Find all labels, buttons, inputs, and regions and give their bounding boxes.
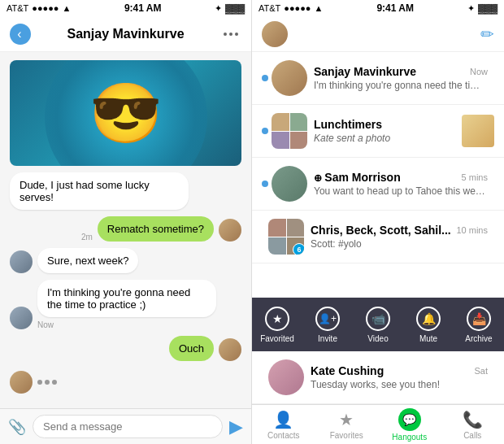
conversation-kate[interactable]: Kate Cushing Sat Tuesday works, see you …: [252, 351, 504, 404]
message-2-time: 2m: [81, 233, 93, 242]
message-4-time: Now: [37, 320, 216, 329]
chat-title: Sanjay Mavinkurve: [67, 27, 184, 41]
hero-image: 😎: [10, 60, 241, 166]
right-signal: ●●●●●: [284, 3, 311, 13]
gv3: [268, 237, 286, 255]
action-mute[interactable]: 🔔 Mute: [408, 307, 449, 343]
left-signal: ●●●●●: [32, 3, 59, 13]
favorited-label: Favorited: [260, 334, 294, 343]
calls-icon: 📞: [463, 410, 483, 429]
message-3: Sure, next week?: [10, 248, 241, 273]
conv-header-sam: ⊕ Sam Morrison 5 mins: [314, 171, 488, 184]
message-5-bubble: Ouch: [169, 336, 214, 361]
more-button[interactable]: [220, 29, 241, 39]
conv-avatar-lunchtimers: [272, 113, 307, 149]
invite-label: Invite: [318, 334, 337, 343]
typing-dot-3: [52, 380, 57, 385]
tab-hangouts[interactable]: 💬 Hangouts: [378, 405, 441, 444]
typing-indicator: [10, 371, 241, 394]
tab-calls[interactable]: 📞 Calls: [441, 405, 505, 444]
left-battery-icon: ▓▓▓: [225, 3, 245, 13]
tab-bar: 👤 Contacts ★ Favorites 💬 Hangouts 📞 Call…: [252, 404, 504, 444]
action-favorited[interactable]: ★ Favorited: [257, 307, 298, 343]
av2: [290, 113, 308, 131]
right-header-avatar: [262, 21, 288, 47]
conv-name-sam: ⊕ Sam Morrison: [314, 171, 401, 184]
message-input[interactable]: [33, 415, 223, 438]
back-button[interactable]: ‹: [10, 24, 31, 45]
right-time: 9:41 AM: [376, 2, 414, 14]
message-2-avatar: [219, 219, 241, 242]
message-4: I'm thinking you're gonna need the time …: [10, 280, 241, 329]
message-5-text: Ouch: [179, 342, 204, 355]
unread-dot-sam: [262, 181, 268, 187]
av4: [290, 132, 308, 150]
right-panel: AT&T ●●●●● ▲ 9:41 AM ✦ ▓▓▓ ✏ Sa: [252, 0, 504, 444]
compose-button[interactable]: ✏: [480, 24, 494, 44]
message-4-bubble: I'm thinking you're gonna need the time …: [37, 280, 216, 317]
message-1: Dude, I just had some lucky serves!: [10, 172, 189, 210]
app-container: AT&T ●●●●● ▲ 9:41 AM ✦ ▓▓▓ ‹ Sanjay Mavi…: [0, 0, 504, 444]
left-time: 9:41 AM: [124, 2, 162, 14]
conv-header-group: Chris, Beck, Scott, Sahil... 10 mins: [311, 224, 488, 237]
right-battery-info: ✦ ▓▓▓: [467, 3, 497, 14]
message-2-text: Rematch sometime?: [107, 223, 204, 235]
conv-content-lunchtimers: Lunchtimers Kate sent a photo: [314, 118, 455, 144]
action-invite[interactable]: 👤+ Invite: [307, 307, 348, 343]
conversation-sanjay[interactable]: Sanjay Mavinkurve Now I'm thinking you'r…: [252, 52, 504, 105]
more-dot-3: [235, 33, 238, 36]
conversation-sam[interactable]: ⊕ Sam Morrison 5 mins You want to head u…: [252, 158, 504, 211]
left-wifi-icon: ▲: [63, 3, 72, 13]
conv-preview-sanjay: I'm thinking you're gonna need the time …: [314, 80, 488, 91]
tab-favorites[interactable]: ★ Favorites: [315, 405, 379, 444]
left-header: ‹ Sanjay Mavinkurve: [0, 16, 251, 52]
left-carrier: AT&T: [7, 3, 28, 13]
conv-avatar-kate: [268, 359, 304, 395]
send-button[interactable]: ▶: [229, 416, 243, 437]
archive-label: Archive: [465, 334, 492, 343]
action-archive[interactable]: 📥 Archive: [458, 307, 499, 343]
conv-content-group: Chris, Beck, Scott, Sahil... 10 mins Sco…: [311, 224, 488, 250]
mute-label: Mute: [419, 334, 437, 343]
conv-preview-lunchtimers: Kate sent a photo: [314, 133, 455, 144]
typing-dot-2: [45, 380, 50, 385]
attach-button[interactable]: 📎: [8, 418, 26, 436]
conversation-group[interactable]: 6 Chris, Beck, Scott, Sahil... 10 mins S…: [252, 211, 504, 263]
conversation-lunchtimers[interactable]: Lunchtimers Kate sent a photo: [252, 105, 504, 158]
conv-time-group: 10 mins: [456, 225, 488, 235]
message-3-bubble: Sure, next week?: [37, 248, 138, 273]
sam-prefix-icon: ⊕: [314, 172, 324, 184]
unread-dot-lunchtimers: [262, 128, 268, 134]
unread-dot-sanjay: [262, 75, 268, 81]
action-bar: ★ Favorited 👤+ Invite 📹 Video 🔔 Mute 📥 A…: [252, 298, 504, 351]
message-2: 2m Rematch sometime?: [81, 216, 241, 242]
conv-header-lunchtimers: Lunchtimers: [314, 118, 455, 131]
conv-name-group: Chris, Beck, Scott, Sahil...: [311, 224, 451, 237]
left-battery-info: ✦ ▓▓▓: [215, 3, 245, 14]
conv-avatar-sam: [272, 166, 307, 202]
conv-header-kate: Kate Cushing Sat: [311, 364, 488, 377]
av3: [272, 132, 289, 150]
invite-icon: 👤+: [315, 307, 340, 331]
conv-avatar-group: 6: [268, 219, 304, 255]
conv-content-sam: ⊕ Sam Morrison 5 mins You want to head u…: [314, 171, 488, 197]
conversations-list: Sanjay Mavinkurve Now I'm thinking you'r…: [252, 52, 504, 298]
conv-name-sanjay: Sanjay Mavinkurve: [314, 65, 416, 78]
conv-content-sanjay: Sanjay Mavinkurve Now I'm thinking you'r…: [314, 65, 488, 91]
message-2-bubble: Rematch sometime?: [98, 216, 214, 242]
message-4-avatar: [10, 307, 33, 329]
left-status-bar: AT&T ●●●●● ▲ 9:41 AM ✦ ▓▓▓: [0, 0, 251, 16]
message-5-avatar: [219, 338, 241, 361]
tab-contacts[interactable]: 👤 Contacts: [252, 405, 315, 444]
hangouts-icon: 💬: [398, 408, 421, 431]
gv1: [268, 219, 286, 237]
video-icon: 📹: [366, 307, 390, 331]
message-5: Ouch: [169, 336, 241, 361]
group-badge: 6: [293, 243, 304, 255]
more-dot-1: [224, 33, 227, 36]
video-label: Video: [367, 334, 388, 343]
typing-avatar: [10, 371, 33, 394]
message-3-avatar: [10, 250, 33, 273]
conv-preview-group: Scott: #yolo: [311, 238, 488, 250]
action-video[interactable]: 📹 Video: [358, 307, 398, 343]
